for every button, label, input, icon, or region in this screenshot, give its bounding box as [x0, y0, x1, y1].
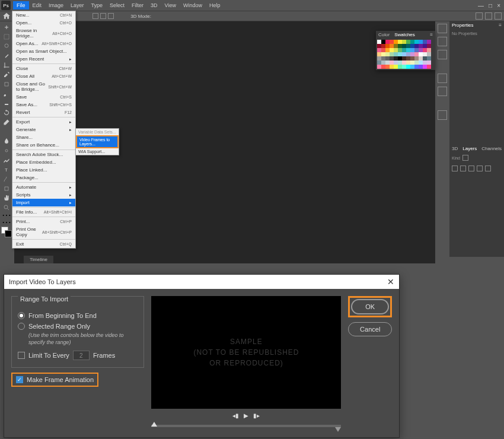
layer-icon[interactable] [460, 166, 466, 171]
file-menu-item[interactable]: Print One CopyAlt+Shift+Ctrl+P [12, 225, 75, 238]
swatch[interactable] [385, 44, 390, 48]
wand-tool[interactable] [0, 51, 13, 61]
swatch[interactable] [385, 48, 390, 52]
swatch[interactable] [419, 52, 423, 56]
trim-slider[interactable] [151, 425, 341, 427]
swatch[interactable] [394, 40, 398, 44]
filter-icon[interactable] [462, 155, 468, 161]
swatch[interactable] [406, 61, 410, 65]
file-menu-item[interactable]: New...Ctrl+N [12, 11, 75, 19]
file-menu-item[interactable]: Automate▸ [12, 183, 75, 191]
file-menu-item[interactable]: Browse in Bridge...Alt+Ctrl+O [12, 27, 75, 40]
panel-menu-icon[interactable]: ≡ [430, 32, 433, 37]
swatch[interactable] [385, 52, 390, 56]
swatch[interactable] [406, 56, 410, 61]
swatch[interactable] [423, 52, 427, 56]
dialog-titlebar[interactable]: Import Video To Layers ✕ [4, 275, 399, 289]
file-menu-item[interactable]: File Info...Alt+Shift+Ctrl+I [12, 208, 75, 216]
swatch[interactable] [427, 40, 431, 44]
limit-every-row[interactable]: Limit To Every Frames [18, 351, 138, 360]
layer-icon[interactable] [452, 166, 458, 171]
trim-handle-left[interactable] [151, 422, 157, 427]
menu-type[interactable]: Type [88, 1, 107, 9]
prev-frame-icon[interactable]: ◂▮ [232, 412, 239, 419]
swatch[interactable] [402, 56, 406, 61]
swatch[interactable] [381, 44, 385, 48]
swatch[interactable] [398, 52, 402, 56]
workspace-icon[interactable] [485, 12, 492, 20]
panel-menu-icon[interactable]: ≡ [499, 23, 502, 28]
swatch[interactable] [381, 65, 385, 69]
heal-tool[interactable] [0, 79, 13, 89]
type-tool[interactable]: T [0, 165, 13, 174]
swatch[interactable] [414, 52, 419, 56]
menu-edit[interactable]: Edit [29, 1, 46, 9]
swatch[interactable] [419, 44, 423, 48]
menu-select[interactable]: Select [106, 1, 128, 9]
swatch[interactable] [402, 52, 406, 56]
swatch[interactable] [390, 48, 394, 52]
file-menu-item[interactable]: Import▸ [12, 199, 75, 206]
file-menu-item[interactable]: Place Embedded... [12, 158, 75, 166]
swatch[interactable] [419, 65, 423, 69]
swatch[interactable] [410, 52, 414, 56]
swatch[interactable] [423, 56, 427, 61]
swatch[interactable] [385, 65, 390, 69]
align-icon[interactable] [108, 13, 114, 19]
file-menu-item[interactable]: Close and Go to Bridge...Shift+Ctrl+W [12, 80, 75, 93]
file-menu-item[interactable]: ExitCtrl+Q [12, 240, 75, 248]
stamp-tool[interactable] [0, 98, 13, 108]
styles-panel-icon[interactable] [438, 50, 447, 59]
swatch[interactable] [427, 56, 431, 61]
swatch[interactable] [390, 52, 394, 56]
file-menu-item[interactable]: Save As...Shift+Ctrl+S [12, 101, 75, 109]
swatch[interactable] [410, 48, 414, 52]
pen-tool[interactable] [0, 155, 13, 165]
file-menu-item[interactable]: Generate▸ [12, 126, 75, 133]
swatch[interactable] [427, 61, 431, 65]
swatch[interactable] [377, 61, 381, 65]
color-swatches-tool[interactable] [0, 227, 13, 238]
make-frame-animation-row[interactable]: Make Frame Animation [11, 373, 98, 387]
file-menu-item[interactable]: Share on Behance... [12, 141, 75, 149]
file-menu-item[interactable]: Scripts▸ [12, 191, 75, 199]
swatches-grid[interactable] [376, 39, 435, 70]
swatch[interactable] [427, 44, 431, 48]
file-menu-item[interactable]: Export▸ [12, 118, 75, 126]
swatch[interactable] [414, 48, 419, 52]
swatch[interactable] [385, 61, 390, 65]
swatch[interactable] [390, 65, 394, 69]
swatch[interactable] [402, 61, 406, 65]
swatch[interactable] [381, 61, 385, 65]
file-menu-item[interactable]: Print...Ctrl+P [12, 218, 75, 225]
swatch[interactable] [398, 48, 402, 52]
swatch[interactable] [423, 44, 427, 48]
file-menu-item[interactable]: SaveCtrl+S [12, 93, 75, 101]
swatch[interactable] [398, 44, 402, 48]
swatches-tab[interactable]: Swatches [394, 32, 415, 37]
swatch[interactable] [406, 65, 410, 69]
swatch[interactable] [394, 61, 398, 65]
swatch[interactable] [394, 52, 398, 56]
layer-icon[interactable] [477, 166, 483, 171]
swatch[interactable] [414, 44, 419, 48]
file-menu-item[interactable]: CloseCtrl+W [12, 65, 75, 72]
file-menu-item[interactable]: Place Linked... [12, 166, 75, 174]
file-menu-item[interactable]: Package... [12, 174, 75, 182]
menu-view[interactable]: View [161, 1, 180, 9]
lasso-tool[interactable] [0, 42, 13, 51]
hand-tool[interactable] [0, 193, 13, 203]
swatch[interactable] [414, 61, 419, 65]
layer-icon[interactable] [468, 166, 474, 171]
gradient-tool[interactable] [0, 127, 13, 136]
submenu-item[interactable]: WIA Support... [76, 148, 119, 155]
brush-tool[interactable] [0, 89, 13, 98]
eraser-tool[interactable] [0, 117, 13, 127]
file-menu-item[interactable]: Open as Smart Object... [12, 47, 75, 55]
adjustments-panel-icon[interactable] [438, 37, 447, 46]
swatch[interactable] [423, 40, 427, 44]
swatch[interactable] [427, 65, 431, 69]
swatch[interactable] [398, 56, 402, 61]
swatch[interactable] [402, 48, 406, 52]
swatch[interactable] [410, 65, 414, 69]
